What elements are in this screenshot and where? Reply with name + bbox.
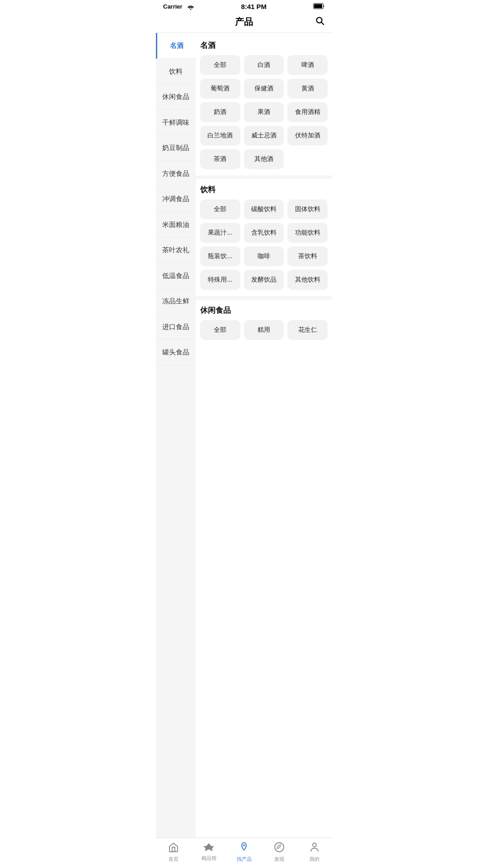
- tag-qitayinliao[interactable]: 其他饮料: [287, 270, 328, 290]
- tag-huangjiu[interactable]: 黄酒: [287, 79, 328, 99]
- sidebar-item-chaye[interactable]: 茶叶农礼: [156, 237, 196, 263]
- sidebar-item-mingju[interactable]: 名酒: [156, 33, 196, 59]
- tag-bailandi[interactable]: 白兰地酒: [200, 126, 240, 146]
- yinliao-tags: 全部 碳酸饮料 固体饮料 果蔬汁... 含乳饮料 功能饮料 瓶装饮... 咖啡 …: [200, 199, 328, 290]
- sidebar-item-diwen[interactable]: 低温食品: [156, 263, 196, 289]
- tag-baijiu[interactable]: 白酒: [244, 55, 284, 75]
- tag-fajiao[interactable]: 发酵饮品: [244, 270, 284, 290]
- mingju-tags: 全部 白酒 啤酒 葡萄酒 保健酒 黄酒 奶酒 果酒 食用酒精 白兰地酒 威士忌酒…: [200, 55, 328, 169]
- svg-point-7: [313, 843, 316, 847]
- tag-gaoyong[interactable]: 糕用: [244, 320, 284, 340]
- mingju-title: 名酒: [200, 40, 328, 51]
- tag-putaojiu[interactable]: 葡萄酒: [200, 79, 240, 99]
- premium-icon: [203, 843, 214, 854]
- sidebar-item-jinkou[interactable]: 进口食品: [156, 314, 196, 340]
- category-sidebar: 名酒 饮料 休闲食品 干鲜调味 奶豆制品 方便食品 冲调食品 米面粮油 茶叶农礼…: [156, 33, 196, 851]
- tag-hanru[interactable]: 含乳饮料: [244, 223, 284, 243]
- sidebar-item-xiuxian[interactable]: 休闲食品: [156, 84, 196, 110]
- sidebar-item-dongpin[interactable]: 冻品生鲜: [156, 288, 196, 314]
- tag-gongneng[interactable]: 功能饮料: [287, 223, 328, 243]
- tag-shiyong[interactable]: 食用酒精: [287, 102, 328, 122]
- home-icon: [168, 842, 179, 854]
- tag-teshu[interactable]: 特殊用...: [200, 270, 240, 290]
- mine-icon: [309, 842, 320, 854]
- tag-qitajiu[interactable]: 其他酒: [244, 149, 284, 169]
- svg-point-5: [243, 844, 245, 846]
- sidebar-item-chongtiao[interactable]: 冲调食品: [156, 186, 196, 212]
- tag-guoshuzhi[interactable]: 果蔬汁...: [200, 223, 240, 243]
- tag-pinzhuang[interactable]: 瓶装饮...: [200, 246, 240, 266]
- xiuxian-tags: 全部 糕用 花生仁: [200, 320, 328, 340]
- tag-naijiu[interactable]: 奶酒: [200, 102, 240, 122]
- mingju-section: 名酒 全部 白酒 啤酒 葡萄酒 保健酒 黄酒 奶酒 果酒 食用酒精 白兰地酒 威…: [200, 40, 328, 169]
- carrier-wifi: Carrier: [163, 3, 194, 10]
- tab-products[interactable]: 找产品: [230, 842, 258, 863]
- search-button[interactable]: [315, 16, 325, 28]
- sidebar-item-naidou[interactable]: 奶豆制品: [156, 135, 196, 161]
- tag-chayinliao[interactable]: 茶饮料: [287, 246, 328, 266]
- page-title: 产品: [235, 16, 253, 28]
- products-icon: [239, 842, 249, 854]
- xiuxian-title: 休闲食品: [200, 305, 328, 316]
- tab-discover[interactable]: 发现: [266, 842, 293, 863]
- tag-tansuan[interactable]: 碳酸饮料: [244, 199, 284, 219]
- discover-icon: [274, 842, 285, 854]
- yinliao-title: 饮料: [200, 184, 328, 195]
- battery-icon: [313, 3, 325, 10]
- sidebar-item-guantou[interactable]: 罐头食品: [156, 340, 196, 365]
- tab-discover-label: 发现: [274, 856, 284, 863]
- tag-chajiu[interactable]: 茶酒: [200, 149, 240, 169]
- tab-products-label: 找产品: [237, 856, 252, 863]
- svg-point-6: [275, 843, 284, 852]
- tag-pijiu[interactable]: 啤酒: [287, 55, 328, 75]
- yinliao-section: 饮料 全部 碳酸饮料 固体饮料 果蔬汁... 含乳饮料 功能饮料 瓶装饮... …: [200, 184, 328, 290]
- tab-mine[interactable]: 我的: [301, 842, 328, 863]
- tab-mine-label: 我的: [310, 856, 319, 863]
- tab-premium-label: 精品馆: [202, 855, 216, 862]
- sidebar-item-yinliao[interactable]: 饮料: [156, 59, 196, 85]
- tag-quanbu-3[interactable]: 全部: [200, 320, 240, 340]
- category-content: 名酒 全部 白酒 啤酒 葡萄酒 保健酒 黄酒 奶酒 果酒 食用酒精 白兰地酒 威…: [196, 33, 332, 851]
- sidebar-item-ganxian[interactable]: 干鲜调味: [156, 110, 196, 136]
- status-bar: Carrier 8:41 PM: [156, 0, 332, 12]
- svg-rect-2: [314, 4, 322, 8]
- tag-kafei[interactable]: 咖啡: [244, 246, 284, 266]
- svg-line-4: [321, 22, 324, 24]
- time-display: 8:41 PM: [241, 3, 267, 10]
- sidebar-item-miliang[interactable]: 米面粮油: [156, 212, 196, 238]
- main-layout: 名酒 饮料 休闲食品 干鲜调味 奶豆制品 方便食品 冲调食品 米面粮油 茶叶农礼…: [156, 33, 332, 851]
- tag-weishiji[interactable]: 威士忌酒: [244, 126, 284, 146]
- header: 产品: [156, 12, 332, 33]
- tab-home-label: 首页: [169, 856, 178, 863]
- tab-home[interactable]: 首页: [160, 842, 187, 863]
- tag-huasheng[interactable]: 花生仁: [287, 320, 328, 340]
- tag-futejia[interactable]: 伏特加酒: [287, 126, 328, 146]
- tag-guti[interactable]: 固体饮料: [287, 199, 328, 219]
- tag-quanbu-1[interactable]: 全部: [200, 55, 240, 75]
- xiuxian-section: 休闲食品 全部 糕用 花生仁: [200, 305, 328, 340]
- section-divider-1: [196, 175, 332, 179]
- tag-quanbu-2[interactable]: 全部: [200, 199, 240, 219]
- tag-baojian[interactable]: 保健酒: [244, 79, 284, 99]
- section-divider-2: [196, 296, 332, 300]
- tag-guojiu[interactable]: 果酒: [244, 102, 284, 122]
- sidebar-item-fangbian[interactable]: 方便食品: [156, 161, 196, 187]
- svg-point-0: [190, 9, 191, 9]
- tab-premium[interactable]: 精品馆: [195, 843, 222, 862]
- tab-bar: 首页 精品馆 找产品 发现: [156, 838, 332, 868]
